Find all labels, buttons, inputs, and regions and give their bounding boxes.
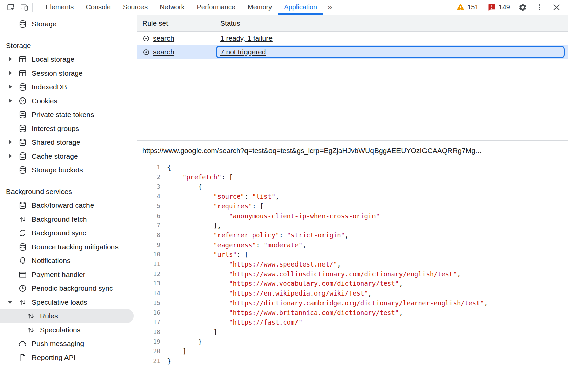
expander-spacer xyxy=(14,326,23,334)
sidebar-item-label: Reporting API xyxy=(32,354,76,362)
line-number: 14 xyxy=(137,288,160,298)
rule-set-cell: search xyxy=(137,32,216,45)
rule-set-link[interactable]: search xyxy=(153,34,174,43)
updown-icon xyxy=(26,312,35,320)
more-tabs-button[interactable]: » xyxy=(323,0,336,15)
triangle-collapsed-icon[interactable] xyxy=(6,69,15,78)
expander-spacer xyxy=(6,270,15,279)
cloud-icon xyxy=(18,339,27,348)
code-text: "https://www.collinsdictionary.com/dicti… xyxy=(167,269,461,279)
sidebar-item-cookies[interactable]: Cookies xyxy=(0,94,137,108)
code-line: 8 "referrer_policy": "strict-origin", xyxy=(137,230,568,240)
rule-set-column-header: Rule set xyxy=(137,15,216,31)
sidebar-item-indexeddb[interactable]: IndexedDB xyxy=(0,80,137,94)
sidebar-item-session-storage[interactable]: Session storage xyxy=(0,66,137,80)
line-number: 1 xyxy=(137,163,160,172)
status-cell-focused: 7 not triggered xyxy=(216,46,565,58)
code-text: "urls": [ xyxy=(167,250,248,259)
triangle-expanded-icon[interactable] xyxy=(6,298,15,307)
sidebar-item-background-sync[interactable]: Background sync xyxy=(0,226,137,240)
code-text: } xyxy=(167,337,202,347)
errors-badge[interactable]: 149 xyxy=(485,3,513,11)
line-number: 5 xyxy=(137,201,160,211)
tab-elements[interactable]: Elements xyxy=(40,0,80,15)
sidebar-item-payment-handler[interactable]: Payment handler xyxy=(0,268,137,281)
line-number: 17 xyxy=(137,317,160,327)
sidebar-item-local-storage[interactable]: Local storage xyxy=(0,52,137,66)
line-number: 6 xyxy=(137,211,160,221)
settings-button[interactable] xyxy=(516,1,530,14)
code-editor[interactable]: 1{2 "prefetch": [3 {4 "source": "list",5… xyxy=(137,161,568,392)
code-line: 4 "source": "list", xyxy=(137,192,568,201)
database-icon xyxy=(18,166,27,174)
sidebar-item-push-messaging[interactable]: Push messaging xyxy=(0,337,137,351)
line-number: 20 xyxy=(137,346,160,356)
sidebar-item-cache-storage[interactable]: Cache storage xyxy=(0,149,137,163)
status-link[interactable]: 7 not triggered xyxy=(220,48,266,56)
sidebar-item-rules[interactable]: Rules xyxy=(0,309,134,323)
database-icon xyxy=(18,243,27,251)
sidebar-item-speculative-loads[interactable]: Speculative loads xyxy=(0,295,137,309)
expander-spacer xyxy=(6,284,15,293)
rule-set-source-url[interactable]: https://www.google.com/search?q=test&oq=… xyxy=(137,141,568,161)
line-number: 4 xyxy=(137,192,160,201)
sidebar-item-background-fetch[interactable]: Background fetch xyxy=(0,212,137,226)
triangle-collapsed-icon[interactable] xyxy=(6,152,15,161)
triangle-collapsed-icon[interactable] xyxy=(6,96,15,105)
device-toolbar-icon xyxy=(20,3,29,12)
code-text: "source": "list", xyxy=(167,192,279,201)
sidebar-item-storage-buckets[interactable]: Storage buckets xyxy=(0,163,137,177)
rule-set-row-selected[interactable]: search 7 not triggered xyxy=(137,45,568,59)
line-number: 8 xyxy=(137,230,160,240)
triangle-collapsed-icon[interactable] xyxy=(6,83,15,91)
tab-sources[interactable]: Sources xyxy=(117,0,154,15)
error-icon xyxy=(488,3,496,11)
device-toolbar-button[interactable] xyxy=(18,1,31,14)
sidebar-item-bounce-tracking-mitigations[interactable]: Bounce tracking mitigations xyxy=(0,240,137,254)
code-text: "https://www.vocabulary.com/dictionary/t… xyxy=(167,279,403,288)
sidebar-item-label: Periodic background sync xyxy=(32,284,113,292)
warnings-badge[interactable]: 151 xyxy=(454,3,481,11)
tab-performance[interactable]: Performance xyxy=(191,0,242,15)
sidebar-item-label: Storage buckets xyxy=(32,166,83,174)
inspect-element-button[interactable] xyxy=(4,1,18,14)
sidebar-item-label: Notifications xyxy=(32,257,70,265)
code-line: 9 "eagerness": "moderate", xyxy=(137,240,568,250)
sidebar-item-speculations[interactable]: Speculations xyxy=(0,323,137,337)
rule-set-row[interactable]: search 1 ready, 1 failure xyxy=(137,32,568,45)
triangle-collapsed-icon[interactable] xyxy=(6,55,15,64)
tab-console[interactable]: Console xyxy=(80,0,117,15)
warning-count: 151 xyxy=(467,3,479,11)
code-line: 16 "https://www.britannica.com/dictionar… xyxy=(137,308,568,318)
sidebar-section-background-services: Background services xyxy=(0,185,137,198)
sidebar-item-back-forward-cache[interactable]: Back/forward cache xyxy=(0,198,137,212)
sidebar-item-label: Session storage xyxy=(32,69,83,77)
expander-spacer xyxy=(6,124,15,133)
sidebar-item-notifications[interactable]: Notifications xyxy=(0,254,137,268)
code-text: } xyxy=(167,356,171,366)
sidebar-item-label: Local storage xyxy=(32,55,74,63)
code-text: "referrer_policy": "strict-origin", xyxy=(167,230,349,240)
sidebar-item-shared-storage[interactable]: Shared storage xyxy=(0,135,137,149)
toolbar-right: 151 149 xyxy=(454,0,568,15)
sidebar-item-interest-groups[interactable]: Interest groups xyxy=(0,121,137,135)
tab-memory[interactable]: Memory xyxy=(241,0,278,15)
sidebar-item-periodic-background-sync[interactable]: Periodic background sync xyxy=(0,281,137,295)
status-link[interactable]: 1 ready, 1 failure xyxy=(220,34,273,43)
sidebar-item-storage[interactable]: Storage xyxy=(0,17,137,31)
sidebar-item-reporting-api[interactable]: Reporting API xyxy=(0,351,137,364)
tab-network[interactable]: Network xyxy=(154,0,190,15)
rule-set-link[interactable]: search xyxy=(153,48,174,56)
triangle-collapsed-icon[interactable] xyxy=(6,138,15,147)
code-line: 12 "https://www.collinsdictionary.com/di… xyxy=(137,269,568,279)
menu-button[interactable] xyxy=(533,1,546,14)
close-devtools-button[interactable] xyxy=(550,1,563,14)
sidebar-item-label: Interest groups xyxy=(32,124,79,133)
tab-application[interactable]: Application xyxy=(278,0,323,15)
sidebar-item-private-state-tokens[interactable]: Private state tokens xyxy=(0,108,137,121)
code-text: "requires": [ xyxy=(167,201,264,211)
sidebar-section-storage: Storage xyxy=(0,38,137,52)
expander-spacer xyxy=(6,20,15,28)
expander-spacer xyxy=(14,312,23,320)
sidebar-item-label: Payment handler xyxy=(32,271,85,279)
